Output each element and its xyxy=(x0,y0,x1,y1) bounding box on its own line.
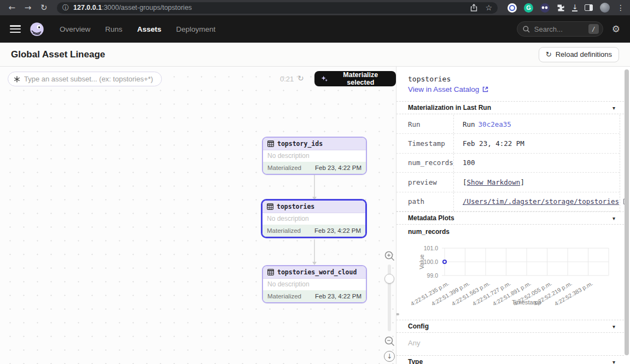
metadata-row-num-records: num_records 100 xyxy=(396,154,620,173)
asset-filter-box xyxy=(8,72,162,86)
extensions-row: G ↓ ⋮ xyxy=(508,3,625,13)
browser-toolbar: ← → ↻ ⓘ 127.0.0.1:3000/asset-groups/tops… xyxy=(0,0,630,15)
dagster-logo-icon[interactable] xyxy=(30,22,44,37)
asset-node-topstory-ids[interactable]: topstory_ids No description Materialized… xyxy=(262,137,367,175)
nav-tab-runs[interactable]: Runs xyxy=(105,25,122,33)
browser-menu-icon[interactable]: ⋮ xyxy=(617,3,625,12)
downloads-icon[interactable]: ↓ xyxy=(572,4,578,11)
nav-tabs: Overview Runs Assets Deployment xyxy=(60,25,215,33)
external-link-icon xyxy=(482,86,488,92)
dagster-app-window: ← → ↻ ⓘ 127.0.0.1:3000/asset-groups/tops… xyxy=(0,0,630,364)
refresh-timer: 0:21 xyxy=(280,75,294,83)
show-markdown-link[interactable]: Show Markdown xyxy=(467,178,521,186)
caret-down-icon[interactable]: ▾ xyxy=(612,105,615,111)
panel-asset-title: topstories xyxy=(408,75,451,83)
metadata-row-run: Run Run 30c2ea35 xyxy=(396,115,620,134)
password-manager-extension-icon[interactable] xyxy=(508,3,517,13)
nav-tab-overview[interactable]: Overview xyxy=(60,25,90,33)
url-path: :3000/asset-groups/topstories xyxy=(102,4,192,11)
grammarly-extension-icon[interactable]: G xyxy=(524,3,533,13)
caret-down-icon[interactable]: ▾ xyxy=(612,359,615,364)
table-icon xyxy=(267,140,274,147)
hamburger-menu-icon[interactable] xyxy=(10,25,21,33)
plot-metric-name: num_records xyxy=(408,228,450,236)
panel-scrollbar-thumb[interactable] xyxy=(625,69,629,355)
y-axis-label: Value xyxy=(418,254,425,269)
address-bar[interactable]: ⓘ 127.0.0.1:3000/asset-groups/topstories… xyxy=(57,2,498,14)
timer-refresh-icon[interactable]: ↻ xyxy=(298,74,304,83)
node-description: No description xyxy=(263,279,366,290)
node-description: No description xyxy=(262,213,365,225)
config-value: Any xyxy=(408,339,420,347)
table-icon xyxy=(267,203,273,210)
browser-profile-avatar[interactable] xyxy=(600,3,610,13)
zoom-in-icon[interactable] xyxy=(384,250,395,262)
caret-down-icon[interactable]: ▾ xyxy=(612,215,615,221)
metadata-row-timestamp: Timestamp Feb 23, 4:22 PM xyxy=(396,134,620,153)
section-metadata-plots[interactable]: Metadata Plots ▾ xyxy=(396,212,624,225)
caret-down-icon[interactable]: ▾ xyxy=(612,324,615,330)
zoom-slider-handle[interactable] xyxy=(384,274,394,284)
asset-subset-input[interactable] xyxy=(24,75,156,83)
sparkle-icon xyxy=(321,75,328,83)
side-panel-icon[interactable] xyxy=(585,4,593,11)
search-shortcut-key: / xyxy=(588,24,599,34)
asset-node-topstories-word-cloud[interactable]: topstories_word_cloud No description Mat… xyxy=(262,265,367,303)
settings-gear-icon[interactable]: ⚙ xyxy=(612,24,620,34)
metadata-row-preview: preview [Show Markdown] xyxy=(396,173,620,192)
url-text: 127.0.0.1:3000/asset-groups/topstories xyxy=(73,4,192,11)
asset-graph-canvas[interactable]: 0:21 ↻ Materialize selected topstory_ids… xyxy=(0,67,396,364)
browser-reload-icon[interactable]: ↻ xyxy=(38,3,50,13)
asset-subset-icon xyxy=(14,76,20,83)
data-point xyxy=(443,260,446,263)
materialize-selected-button[interactable]: Materialize selected xyxy=(314,71,396,86)
search-icon xyxy=(523,26,530,33)
page-header: Global Asset Lineage ↻ Reload definition… xyxy=(0,43,630,67)
run-id-link[interactable]: 30c2ea35 xyxy=(479,120,511,128)
asset-node-topstories[interactable]: topstories No description Materialized F… xyxy=(261,199,366,238)
zoom-out-icon[interactable] xyxy=(384,336,395,347)
node-description: No description xyxy=(263,150,366,162)
x-axis-label: Timestamp xyxy=(512,299,541,306)
num-records-chart: 99.0100.0101.04:22:51.235 p.m.4:22:51.39… xyxy=(396,237,624,319)
page-title: Global Asset Lineage xyxy=(11,49,105,60)
node-status: Materialized xyxy=(267,293,301,300)
node-status: Materialized xyxy=(267,165,301,171)
section-config[interactable]: Config ▾ xyxy=(396,320,624,333)
site-info-icon[interactable]: ⓘ xyxy=(62,3,69,13)
path-link[interactable]: /Users/tim/.dagster/storage/topstories xyxy=(463,197,619,206)
view-in-asset-catalog-link[interactable]: View in Asset Catalog xyxy=(408,85,488,93)
materialization-metadata-table: Run Run 30c2ea35 Timestamp Feb 23, 4:22 … xyxy=(396,115,620,212)
metadata-row-path: path /Users/tim/.dagster/storage/topstor… xyxy=(396,192,620,212)
section-type[interactable]: Type ▾ xyxy=(396,355,624,364)
node-status: Materialized xyxy=(267,227,301,234)
app-nav-bar: Overview Runs Assets Deployment Search..… xyxy=(0,15,630,43)
node-timestamp: Feb 23, 4:22 PM xyxy=(314,227,361,234)
node-timestamp: Feb 23, 4:22 PM xyxy=(315,165,361,171)
table-icon xyxy=(267,269,274,275)
nav-tab-deployment[interactable]: Deployment xyxy=(176,25,215,33)
browser-forward-icon[interactable]: → xyxy=(21,3,34,13)
nav-tab-assets[interactable]: Assets xyxy=(137,25,161,33)
url-host: 127.0.0.1 xyxy=(73,4,102,11)
reload-icon: ↻ xyxy=(546,50,552,58)
edge-topstory-ids-to-topstories xyxy=(314,174,315,197)
share-icon[interactable] xyxy=(470,4,477,11)
section-materialization-in-last-run[interactable]: Materialization in Last Run ▾ xyxy=(396,101,624,114)
browser-back-icon[interactable]: ← xyxy=(5,3,18,13)
goggles-extension-icon[interactable] xyxy=(540,3,550,13)
bookmark-star-icon[interactable]: ☆ xyxy=(485,3,492,12)
extensions-puzzle-icon[interactable] xyxy=(557,4,565,12)
node-timestamp: Feb 23, 4:22 PM xyxy=(315,293,361,300)
global-search-input[interactable]: Search... / xyxy=(517,21,603,37)
edge-topstories-to-word-cloud xyxy=(314,239,315,262)
asset-detail-panel: topstories View in Asset Catalog Materia… xyxy=(396,67,630,364)
reload-definitions-button[interactable]: ↻ Reload definitions xyxy=(539,47,619,62)
search-placeholder: Search... xyxy=(534,25,563,33)
zoom-to-fit-button[interactable]: ↓ xyxy=(384,351,395,362)
